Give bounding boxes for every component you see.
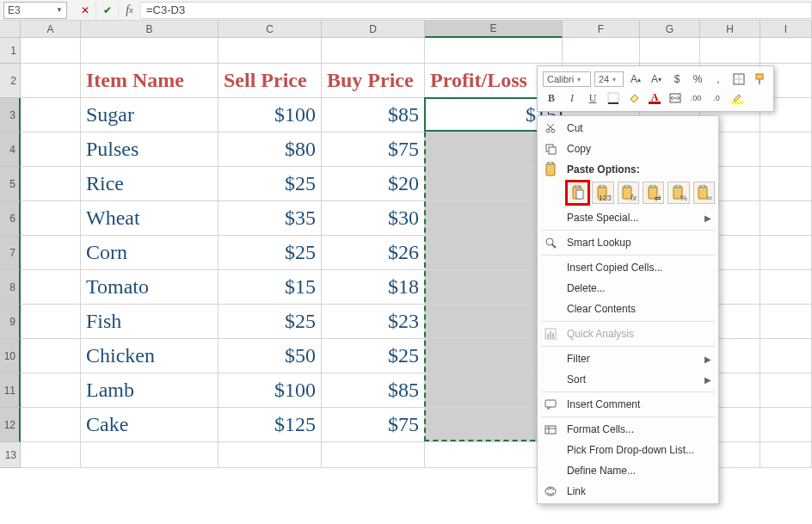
enter-icon[interactable]: ✔ (96, 2, 119, 19)
row-header-6[interactable]: 6 (0, 201, 21, 236)
ctx-insert-copied[interactable]: Insert Copied Cells... (538, 257, 718, 278)
cell-A10[interactable] (21, 339, 81, 373)
cell-I11[interactable] (760, 373, 812, 408)
ctx-insert-comment[interactable]: Insert Comment (538, 394, 718, 415)
cell-D5[interactable]: $20 (322, 167, 425, 201)
row-header-12[interactable]: 12 (0, 408, 21, 442)
col-header-I[interactable]: I (760, 21, 812, 38)
cell-B3[interactable]: Sugar (81, 98, 218, 133)
cell-I13[interactable] (760, 442, 812, 468)
row-header-1[interactable]: 1 (0, 38, 21, 64)
cell-A13[interactable] (21, 442, 81, 468)
cell-B13[interactable] (81, 442, 218, 468)
font-color-icon[interactable]: A (646, 90, 663, 106)
col-header-A[interactable]: A (21, 21, 81, 38)
decrease-decimal-icon[interactable]: .0 (708, 90, 725, 106)
cell-D7[interactable]: $26 (322, 236, 425, 270)
cell-A2[interactable] (21, 64, 81, 98)
cell-C8[interactable]: $15 (218, 270, 322, 305)
cell-D2[interactable]: Buy Price (322, 64, 425, 98)
ctx-smart-lookup[interactable]: Smart Lookup (538, 232, 718, 253)
fx-icon[interactable]: fx (119, 2, 141, 19)
cell-D8[interactable]: $18 (322, 270, 425, 305)
cell-G1[interactable] (640, 38, 700, 64)
cell-A9[interactable] (21, 305, 81, 339)
name-box[interactable]: E3 ▼ (3, 2, 67, 19)
paste-transpose-icon[interactable]: ⇄ (643, 182, 664, 204)
chevron-down-icon[interactable]: ▾ (612, 76, 616, 83)
row-header-9[interactable]: 9 (0, 305, 21, 339)
ctx-define-name[interactable]: Define Name... (538, 460, 718, 481)
cell-C7[interactable]: $25 (218, 236, 322, 270)
cell-C13[interactable] (218, 442, 322, 468)
format-painter-icon[interactable] (751, 71, 768, 87)
cell-I8[interactable] (760, 270, 812, 305)
cell-D11[interactable]: $85 (322, 373, 425, 408)
increase-decimal-icon[interactable]: .00 (687, 90, 704, 106)
cell-A1[interactable] (21, 38, 81, 64)
cell-C9[interactable]: $25 (218, 305, 322, 339)
row-header-7[interactable]: 7 (0, 236, 21, 270)
chevron-down-icon[interactable]: ▾ (577, 76, 581, 83)
ctx-link[interactable]: Link (538, 481, 718, 502)
cell-C1[interactable] (218, 38, 322, 64)
col-header-F[interactable]: F (563, 21, 640, 38)
comma-format-icon[interactable]: , (710, 71, 727, 87)
mini-toolbar[interactable]: Calibri ▾ 24 ▾ A▴ A▾ $ % , B I U A (537, 65, 774, 112)
cell-I12[interactable] (760, 408, 812, 442)
cell-A3[interactable] (21, 98, 81, 133)
paste-values-icon[interactable]: 123 (592, 182, 613, 204)
cell-C2[interactable]: Sell Price (218, 64, 322, 98)
col-header-B[interactable]: B (81, 21, 218, 38)
cell-E1[interactable] (425, 38, 563, 64)
cell-A8[interactable] (21, 270, 81, 305)
ctx-clear[interactable]: Clear Contents (538, 299, 718, 319)
cell-D1[interactable] (322, 38, 425, 64)
ctx-cut[interactable]: Cut (538, 118, 718, 139)
cell-B8[interactable]: Tomato (81, 270, 218, 305)
context-menu[interactable]: Cut Copy Paste Options: 123 fx ⇄ % (537, 115, 719, 504)
border-bottom-icon[interactable] (605, 90, 622, 106)
cell-F1[interactable] (563, 38, 640, 64)
cell-A12[interactable] (21, 408, 81, 442)
ctx-copy[interactable]: Copy (538, 139, 718, 159)
cell-D12[interactable]: $75 (322, 408, 425, 442)
col-header-H[interactable]: H (700, 21, 760, 38)
col-header-G[interactable]: G (640, 21, 700, 38)
highlight-icon[interactable] (729, 90, 746, 106)
cell-B11[interactable]: Lamb (81, 373, 218, 408)
italic-button[interactable]: I (563, 90, 581, 106)
cell-D13[interactable] (322, 442, 425, 468)
cell-D6[interactable]: $30 (322, 201, 425, 236)
ctx-sort[interactable]: Sort ▶ (538, 369, 718, 390)
row-header-8[interactable]: 8 (0, 270, 21, 305)
cell-I9[interactable] (760, 305, 812, 339)
paste-link-icon[interactable]: ∞ (693, 182, 715, 204)
cell-B4[interactable]: Pulses (81, 133, 218, 167)
cell-D3[interactable]: $85 (322, 98, 425, 133)
cell-D4[interactable]: $75 (322, 133, 425, 167)
cell-B10[interactable]: Chicken (81, 339, 218, 373)
decrease-font-icon[interactable]: A▾ (648, 71, 665, 87)
cell-B1[interactable] (81, 38, 218, 64)
paste-formatting-icon[interactable]: % (667, 182, 689, 204)
row-header-2[interactable]: 2 (0, 64, 21, 98)
cell-I5[interactable] (760, 167, 812, 201)
select-all-corner[interactable] (0, 21, 21, 38)
cell-I1[interactable] (760, 38, 812, 64)
ctx-delete[interactable]: Delete... (538, 278, 718, 299)
cell-C5[interactable]: $25 (218, 167, 322, 201)
chevron-down-icon[interactable]: ▼ (56, 6, 63, 14)
cell-A5[interactable] (21, 167, 81, 201)
ctx-pick-list[interactable]: Pick From Drop-down List... (538, 440, 718, 460)
increase-font-icon[interactable]: A▴ (627, 71, 644, 87)
cell-I10[interactable] (760, 339, 812, 373)
font-size-select[interactable]: 24 ▾ (594, 71, 624, 87)
bold-button[interactable]: B (543, 90, 560, 106)
cell-I7[interactable] (760, 236, 812, 270)
cell-B7[interactable]: Corn (81, 236, 218, 270)
row-header-10[interactable]: 10 (0, 339, 21, 373)
col-header-E[interactable]: E (425, 21, 563, 38)
cell-C12[interactable]: $125 (218, 408, 322, 442)
cell-A7[interactable] (21, 236, 81, 270)
